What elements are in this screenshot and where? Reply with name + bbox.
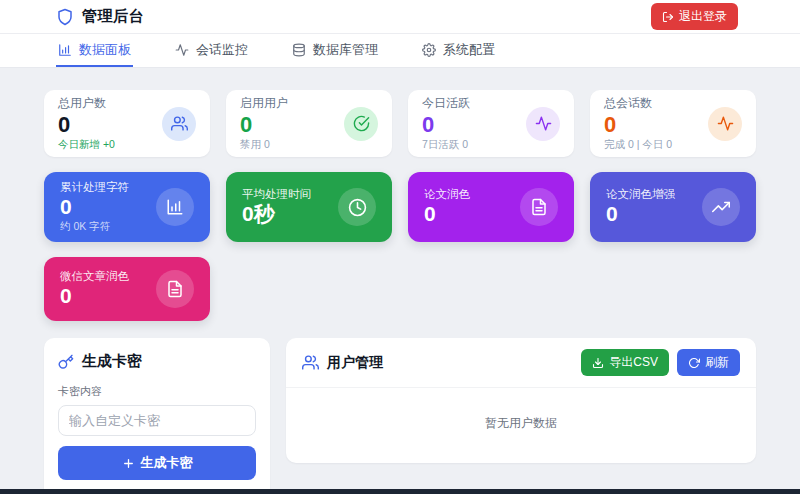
logout-icon bbox=[662, 11, 674, 23]
users-icon bbox=[162, 107, 196, 141]
stat-label: 总用户数 bbox=[58, 95, 115, 112]
metric-value: 0 bbox=[424, 202, 470, 226]
clock-icon bbox=[338, 188, 376, 226]
metric-card-paper-polish: 论文润色 0 bbox=[408, 172, 574, 242]
generate-key-label: 生成卡密 bbox=[141, 454, 193, 472]
keygen-field-label: 卡密内容 bbox=[58, 384, 256, 399]
activity-icon bbox=[708, 107, 742, 141]
trending-up-icon bbox=[702, 188, 740, 226]
refresh-label: 刷新 bbox=[705, 354, 729, 371]
activity-icon bbox=[526, 107, 560, 141]
stat-card-enabled-users: 启用用户 0 禁用 0 bbox=[226, 90, 392, 157]
key-icon bbox=[58, 354, 74, 370]
page-title: 管理后台 bbox=[82, 7, 144, 26]
metric-card-paper-polish-plus: 论文润色增强 0 bbox=[590, 172, 756, 242]
metric-value: 0秒 bbox=[242, 202, 311, 226]
empty-user-data-text: 暂无用户数据 bbox=[286, 388, 756, 463]
check-circle-icon bbox=[344, 107, 378, 141]
gear-icon bbox=[422, 43, 436, 57]
metric-card-total-chars: 累计处理字符 0 约 0K 字符 bbox=[44, 172, 210, 242]
stat-label: 总会话数 bbox=[604, 95, 672, 112]
user-panel-actions: 导出CSV 刷新 bbox=[581, 349, 740, 376]
activity-icon bbox=[175, 43, 189, 57]
footer-strip bbox=[0, 489, 800, 494]
export-csv-button[interactable]: 导出CSV bbox=[581, 349, 669, 376]
main-content: 总用户数 0 今日新增 +0 启用用户 0 禁用 0 今日活跃 0 7日活跃 0 bbox=[0, 68, 800, 494]
stat-sub: 今日新增 +0 bbox=[58, 138, 115, 152]
keygen-input[interactable] bbox=[58, 405, 256, 436]
shield-icon bbox=[56, 8, 74, 26]
file-text-icon bbox=[156, 270, 194, 308]
metric-value: 0 bbox=[60, 195, 129, 219]
user-panel-header: 用户管理 导出CSV 刷新 bbox=[286, 338, 756, 388]
tab-settings[interactable]: 系统配置 bbox=[420, 34, 497, 67]
tab-bar: 数据面板 会话监控 数据库管理 系统配置 bbox=[0, 34, 800, 68]
keygen-title: 生成卡密 bbox=[82, 352, 142, 371]
metric-value: 0 bbox=[606, 202, 675, 226]
metric-cards-row: 累计处理字符 0 约 0K 字符 平均处理时间 0秒 论文润色 0 bbox=[44, 172, 756, 242]
stat-value: 0 bbox=[240, 113, 288, 137]
users-icon bbox=[302, 354, 319, 371]
metric-label: 平均处理时间 bbox=[242, 187, 311, 202]
logout-button[interactable]: 退出登录 bbox=[651, 3, 738, 30]
refresh-button[interactable]: 刷新 bbox=[677, 349, 740, 376]
tab-label: 数据库管理 bbox=[313, 41, 378, 59]
user-panel-title: 用户管理 bbox=[327, 354, 383, 372]
stat-value: 0 bbox=[422, 113, 470, 137]
brand: 管理后台 bbox=[56, 7, 144, 26]
metric-label: 累计处理字符 bbox=[60, 180, 129, 195]
stat-sub: 禁用 0 bbox=[240, 138, 288, 152]
tab-session-monitor[interactable]: 会话监控 bbox=[173, 34, 250, 67]
bar-chart-icon bbox=[156, 188, 194, 226]
stat-card-total-sessions: 总会话数 0 完成 0 | 今日 0 bbox=[590, 90, 756, 157]
plus-icon bbox=[122, 457, 135, 470]
stat-value: 0 bbox=[604, 113, 672, 137]
tab-label: 数据面板 bbox=[79, 41, 131, 59]
bottom-row: 生成卡密 卡密内容 生成卡密 批量生成 bbox=[44, 338, 756, 494]
tab-label: 系统配置 bbox=[443, 41, 495, 59]
metric-sub: 约 0K 字符 bbox=[60, 220, 129, 234]
stat-sub: 7日活跃 0 bbox=[422, 138, 470, 152]
metric-label: 论文润色 bbox=[424, 187, 470, 202]
metric-card-avg-time: 平均处理时间 0秒 bbox=[226, 172, 392, 242]
generate-key-button[interactable]: 生成卡密 bbox=[58, 446, 256, 480]
keygen-panel: 生成卡密 卡密内容 生成卡密 批量生成 bbox=[44, 338, 270, 494]
export-csv-label: 导出CSV bbox=[609, 354, 658, 371]
stat-card-today-active: 今日活跃 0 7日活跃 0 bbox=[408, 90, 574, 157]
metric-label: 论文润色增强 bbox=[606, 187, 675, 202]
stat-label: 启用用户 bbox=[240, 95, 288, 112]
database-icon bbox=[292, 43, 306, 57]
file-text-icon bbox=[520, 188, 558, 226]
bar-chart-icon bbox=[58, 43, 72, 57]
tab-label: 会话监控 bbox=[196, 41, 248, 59]
metric-cards-row-2: 微信文章润色 0 bbox=[44, 257, 756, 321]
keygen-title-row: 生成卡密 bbox=[58, 352, 256, 371]
refresh-icon bbox=[688, 357, 700, 369]
stat-cards-row: 总用户数 0 今日新增 +0 启用用户 0 禁用 0 今日活跃 0 7日活跃 0 bbox=[44, 90, 756, 157]
metric-value: 0 bbox=[60, 284, 129, 308]
tab-dashboard[interactable]: 数据面板 bbox=[56, 34, 133, 67]
metric-card-wechat-polish: 微信文章润色 0 bbox=[44, 257, 210, 321]
stat-sub: 完成 0 | 今日 0 bbox=[604, 138, 672, 152]
metric-label: 微信文章润色 bbox=[60, 269, 129, 284]
user-management-panel: 用户管理 导出CSV 刷新 bbox=[286, 338, 756, 463]
user-panel-title-row: 用户管理 bbox=[302, 354, 383, 372]
logout-label: 退出登录 bbox=[679, 8, 727, 25]
stat-card-total-users: 总用户数 0 今日新增 +0 bbox=[44, 90, 210, 157]
top-bar: 管理后台 退出登录 bbox=[0, 0, 800, 34]
tab-database[interactable]: 数据库管理 bbox=[290, 34, 380, 67]
stat-label: 今日活跃 bbox=[422, 95, 470, 112]
stat-value: 0 bbox=[58, 113, 115, 137]
download-icon bbox=[592, 357, 604, 369]
